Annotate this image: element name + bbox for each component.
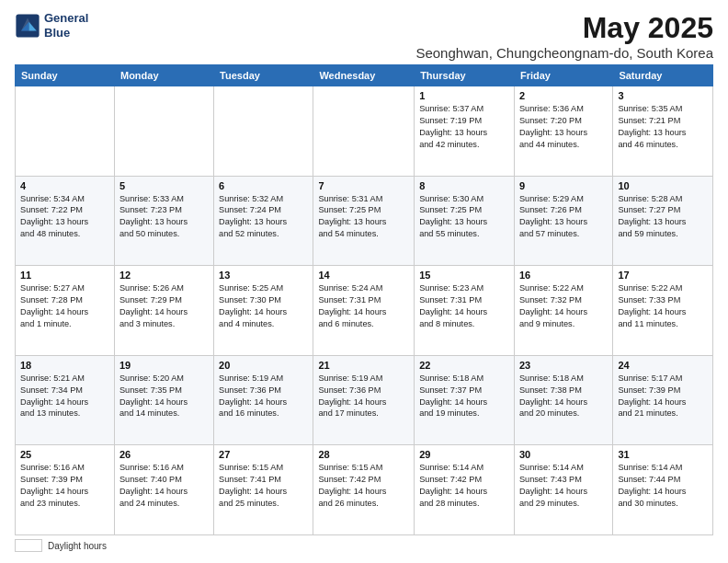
day-number: 27 — [219, 449, 308, 460]
day-number: 9 — [519, 180, 608, 191]
day-info: Sunrise: 5:32 AM Sunset: 7:24 PM Dayligh… — [219, 193, 308, 241]
calendar-cell: 28Sunrise: 5:15 AM Sunset: 7:42 PM Dayli… — [313, 445, 415, 535]
day-number: 30 — [519, 449, 608, 460]
day-header-saturday: Saturday — [613, 65, 713, 86]
logo-icon — [15, 13, 40, 39]
day-info: Sunrise: 5:16 AM Sunset: 7:39 PM Dayligh… — [20, 462, 109, 510]
day-info: Sunrise: 5:17 AM Sunset: 7:39 PM Dayligh… — [618, 373, 708, 420]
day-number: 12 — [119, 270, 209, 281]
day-info: Sunrise: 5:34 AM Sunset: 7:22 PM Dayligh… — [20, 193, 109, 241]
day-info: Sunrise: 5:19 AM Sunset: 7:36 PM Dayligh… — [219, 373, 308, 420]
day-info: Sunrise: 5:23 AM Sunset: 7:31 PM Dayligh… — [419, 282, 509, 330]
calendar-cell: 17Sunrise: 5:22 AM Sunset: 7:33 PM Dayli… — [613, 266, 713, 356]
day-info: Sunrise: 5:14 AM Sunset: 7:43 PM Dayligh… — [519, 462, 608, 510]
calendar-cell: 2Sunrise: 5:36 AM Sunset: 7:20 PM Daylig… — [514, 86, 612, 177]
day-number: 16 — [519, 270, 608, 281]
calendar-header: SundayMondayTuesdayWednesdayThursdayFrid… — [16, 65, 713, 86]
day-info: Sunrise: 5:30 AM Sunset: 7:25 PM Dayligh… — [419, 193, 509, 241]
calendar-cell: 11Sunrise: 5:27 AM Sunset: 7:28 PM Dayli… — [16, 266, 115, 356]
calendar-cell: 4Sunrise: 5:34 AM Sunset: 7:22 PM Daylig… — [16, 176, 115, 266]
day-info: Sunrise: 5:16 AM Sunset: 7:40 PM Dayligh… — [119, 462, 209, 510]
day-info: Sunrise: 5:20 AM Sunset: 7:35 PM Dayligh… — [119, 373, 209, 420]
day-number: 6 — [219, 180, 308, 191]
day-header-friday: Friday — [514, 65, 612, 86]
calendar-cell: 16Sunrise: 5:22 AM Sunset: 7:32 PM Dayli… — [514, 266, 612, 356]
calendar-cell: 18Sunrise: 5:21 AM Sunset: 7:34 PM Dayli… — [16, 355, 115, 445]
calendar-cell: 5Sunrise: 5:33 AM Sunset: 7:23 PM Daylig… — [114, 176, 213, 266]
logo-text: General Blue — [44, 11, 88, 40]
calendar-cell: 19Sunrise: 5:20 AM Sunset: 7:35 PM Dayli… — [114, 355, 213, 445]
calendar-cell: 9Sunrise: 5:29 AM Sunset: 7:26 PM Daylig… — [514, 176, 612, 266]
day-number: 1 — [419, 90, 509, 101]
calendar-cell: 13Sunrise: 5:25 AM Sunset: 7:30 PM Dayli… — [214, 266, 313, 356]
day-info: Sunrise: 5:27 AM Sunset: 7:28 PM Dayligh… — [20, 282, 109, 330]
footer: Daylight hours — [15, 539, 713, 552]
calendar-cell: 12Sunrise: 5:26 AM Sunset: 7:29 PM Dayli… — [114, 266, 213, 356]
calendar-cell: 21Sunrise: 5:19 AM Sunset: 7:36 PM Dayli… — [313, 355, 415, 445]
day-number: 31 — [618, 449, 708, 460]
day-info: Sunrise: 5:24 AM Sunset: 7:31 PM Dayligh… — [318, 282, 409, 330]
day-info: Sunrise: 5:28 AM Sunset: 7:27 PM Dayligh… — [618, 193, 708, 241]
calendar-cell — [214, 86, 313, 177]
day-info: Sunrise: 5:22 AM Sunset: 7:33 PM Dayligh… — [618, 282, 708, 330]
day-header-tuesday: Tuesday — [214, 65, 313, 86]
calendar-cell — [16, 86, 115, 177]
calendar-cell: 23Sunrise: 5:18 AM Sunset: 7:38 PM Dayli… — [514, 355, 612, 445]
day-info: Sunrise: 5:36 AM Sunset: 7:20 PM Dayligh… — [519, 103, 608, 151]
calendar-cell: 27Sunrise: 5:15 AM Sunset: 7:41 PM Dayli… — [214, 445, 313, 535]
calendar-cell: 30Sunrise: 5:14 AM Sunset: 7:43 PM Dayli… — [514, 445, 612, 535]
day-info: Sunrise: 5:31 AM Sunset: 7:25 PM Dayligh… — [318, 193, 409, 241]
day-number: 7 — [318, 180, 409, 191]
day-info: Sunrise: 5:14 AM Sunset: 7:44 PM Dayligh… — [618, 462, 708, 510]
calendar-cell: 24Sunrise: 5:17 AM Sunset: 7:39 PM Dayli… — [613, 355, 713, 445]
day-number: 21 — [318, 360, 409, 371]
day-info: Sunrise: 5:19 AM Sunset: 7:36 PM Dayligh… — [318, 373, 409, 420]
day-info: Sunrise: 5:15 AM Sunset: 7:41 PM Dayligh… — [219, 462, 308, 510]
day-number: 29 — [419, 449, 509, 460]
calendar-cell: 1Sunrise: 5:37 AM Sunset: 7:19 PM Daylig… — [415, 86, 515, 177]
calendar-week-1: 4Sunrise: 5:34 AM Sunset: 7:22 PM Daylig… — [16, 176, 713, 266]
day-number: 8 — [419, 180, 509, 191]
calendar-cell: 15Sunrise: 5:23 AM Sunset: 7:31 PM Dayli… — [415, 266, 515, 356]
header-row: SundayMondayTuesdayWednesdayThursdayFrid… — [16, 65, 713, 86]
day-info: Sunrise: 5:33 AM Sunset: 7:23 PM Dayligh… — [119, 193, 209, 241]
day-info: Sunrise: 5:18 AM Sunset: 7:38 PM Dayligh… — [519, 373, 608, 420]
calendar-cell: 7Sunrise: 5:31 AM Sunset: 7:25 PM Daylig… — [313, 176, 415, 266]
day-header-monday: Monday — [114, 65, 213, 86]
day-info: Sunrise: 5:22 AM Sunset: 7:32 PM Dayligh… — [519, 282, 608, 330]
day-number: 13 — [219, 270, 308, 281]
day-number: 5 — [119, 180, 209, 191]
calendar-cell: 26Sunrise: 5:16 AM Sunset: 7:40 PM Dayli… — [114, 445, 213, 535]
calendar-cell: 20Sunrise: 5:19 AM Sunset: 7:36 PM Dayli… — [214, 355, 313, 445]
day-number: 18 — [20, 360, 109, 371]
day-info: Sunrise: 5:15 AM Sunset: 7:42 PM Dayligh… — [318, 462, 409, 510]
day-number: 20 — [219, 360, 308, 371]
day-number: 23 — [519, 360, 608, 371]
calendar-cell: 14Sunrise: 5:24 AM Sunset: 7:31 PM Dayli… — [313, 266, 415, 356]
day-number: 14 — [318, 270, 409, 281]
page: General Blue May 2025 Seonghwan, Chungch… — [0, 0, 728, 563]
day-number: 15 — [419, 270, 509, 281]
calendar-week-0: 1Sunrise: 5:37 AM Sunset: 7:19 PM Daylig… — [16, 86, 713, 177]
day-number: 26 — [119, 449, 209, 460]
day-info: Sunrise: 5:18 AM Sunset: 7:37 PM Dayligh… — [419, 373, 509, 420]
day-info: Sunrise: 5:21 AM Sunset: 7:34 PM Dayligh… — [20, 373, 109, 420]
day-info: Sunrise: 5:25 AM Sunset: 7:30 PM Dayligh… — [219, 282, 308, 330]
calendar-cell: 29Sunrise: 5:14 AM Sunset: 7:42 PM Dayli… — [415, 445, 515, 535]
day-number: 3 — [618, 90, 708, 101]
day-info: Sunrise: 5:26 AM Sunset: 7:29 PM Dayligh… — [119, 282, 209, 330]
calendar-cell: 22Sunrise: 5:18 AM Sunset: 7:37 PM Dayli… — [415, 355, 515, 445]
day-number: 19 — [119, 360, 209, 371]
day-info: Sunrise: 5:35 AM Sunset: 7:21 PM Dayligh… — [618, 103, 708, 151]
calendar-week-4: 25Sunrise: 5:16 AM Sunset: 7:39 PM Dayli… — [16, 445, 713, 535]
calendar-cell: 25Sunrise: 5:16 AM Sunset: 7:39 PM Dayli… — [16, 445, 115, 535]
day-header-thursday: Thursday — [415, 65, 515, 86]
header: General Blue May 2025 Seonghwan, Chungch… — [15, 11, 713, 61]
day-number: 11 — [20, 270, 109, 281]
footer-box — [15, 539, 42, 552]
day-number: 22 — [419, 360, 509, 371]
day-info: Sunrise: 5:37 AM Sunset: 7:19 PM Dayligh… — [419, 103, 509, 151]
calendar-cell: 10Sunrise: 5:28 AM Sunset: 7:27 PM Dayli… — [613, 176, 713, 266]
logo: General Blue — [15, 11, 88, 40]
day-number: 2 — [519, 90, 608, 101]
